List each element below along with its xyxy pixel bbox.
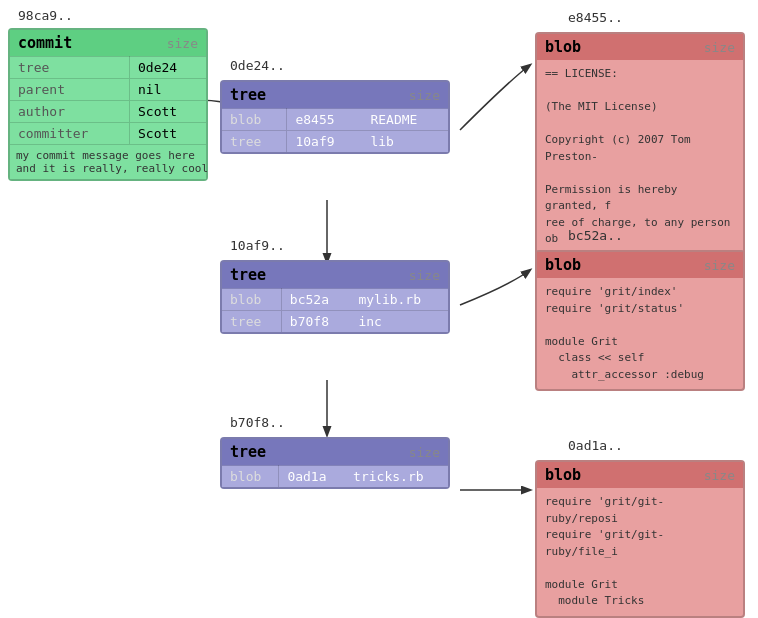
- blob2-label: blob: [545, 256, 581, 274]
- blob1-header: blob size: [537, 34, 743, 60]
- tree3-box: tree size blob 0ad1a tricks.rb: [220, 437, 450, 489]
- tree3-hash-label: b70f8..: [230, 415, 285, 430]
- tree1-table: blob e8455 README tree 10af9 lib: [222, 108, 448, 152]
- commit-label: commit: [18, 34, 72, 52]
- tree3-table: blob 0ad1a tricks.rb: [222, 465, 448, 487]
- tree1-label: tree: [230, 86, 266, 104]
- blob1-box: blob size == LICENSE: (The MIT License) …: [535, 32, 745, 256]
- tree3-row1-hash: 0ad1a: [279, 466, 345, 488]
- blob3-content: require 'grit/git-ruby/reposi require 'g…: [537, 488, 743, 616]
- tree1-row1-type: blob: [222, 109, 287, 131]
- table-row: tree 0de24: [10, 57, 206, 79]
- commit-table: tree 0de24 parent nil author Scott commi…: [10, 56, 206, 144]
- table-row: blob 0ad1a tricks.rb: [222, 466, 448, 488]
- blob2-hash-label: bc52a..: [568, 228, 623, 243]
- blob1-content: == LICENSE: (The MIT License) Copyright …: [537, 60, 743, 254]
- tree3-row1-name: tricks.rb: [345, 466, 448, 488]
- tree2-row1-type: blob: [222, 289, 281, 311]
- tree3-header: tree size: [222, 439, 448, 465]
- tree1-box: tree size blob e8455 README tree 10af9 l…: [220, 80, 450, 154]
- commit-row1-key: tree: [10, 57, 130, 79]
- table-row: parent nil: [10, 79, 206, 101]
- tree2-row1-name: mylib.rb: [350, 289, 448, 311]
- tree2-header: tree size: [222, 262, 448, 288]
- tree3-row1-type: blob: [222, 466, 279, 488]
- tree1-row2-name: lib: [362, 131, 448, 153]
- blob2-size: size: [704, 258, 735, 273]
- blob3-label: blob: [545, 466, 581, 484]
- blob3-box: blob size require 'grit/git-ruby/reposi …: [535, 460, 745, 618]
- commit-row2-key: parent: [10, 79, 130, 101]
- table-row: tree 10af9 lib: [222, 131, 448, 153]
- commit-note: my commit message goes here and it is re…: [10, 144, 206, 179]
- tree2-box: tree size blob bc52a mylib.rb tree b70f8…: [220, 260, 450, 334]
- commit-row4-key: committer: [10, 123, 130, 145]
- blob2-box: blob size require 'grit/index' require '…: [535, 250, 745, 391]
- table-row: blob e8455 README: [222, 109, 448, 131]
- tree1-row2-type: tree: [222, 131, 287, 153]
- table-row: committer Scott: [10, 123, 206, 145]
- blob2-content: require 'grit/index' require 'grit/statu…: [537, 278, 743, 389]
- commit-size: size: [167, 36, 198, 51]
- commit-row3-val: Scott: [130, 101, 206, 123]
- tree1-size: size: [409, 88, 440, 103]
- commit-row2-val: nil: [130, 79, 206, 101]
- blob3-hash-label: 0ad1a..: [568, 438, 623, 453]
- tree2-hash-label: 10af9..: [230, 238, 285, 253]
- tree2-row1-hash: bc52a: [281, 289, 350, 311]
- commit-row1-val: 0de24: [130, 57, 206, 79]
- diagram: 98ca9.. commit size tree 0de24 parent ni…: [0, 0, 758, 618]
- table-row: blob bc52a mylib.rb: [222, 289, 448, 311]
- tree2-size: size: [409, 268, 440, 283]
- table-row: author Scott: [10, 101, 206, 123]
- commit-row4-val: Scott: [130, 123, 206, 145]
- blob3-size: size: [704, 468, 735, 483]
- blob1-label: blob: [545, 38, 581, 56]
- tree1-row2-hash: 10af9: [287, 131, 363, 153]
- tree2-row2-name: inc: [350, 311, 448, 333]
- blob3-header: blob size: [537, 462, 743, 488]
- tree3-label: tree: [230, 443, 266, 461]
- table-row: tree b70f8 inc: [222, 311, 448, 333]
- tree2-label: tree: [230, 266, 266, 284]
- tree1-row1-hash: e8455: [287, 109, 363, 131]
- commit-box: commit size tree 0de24 parent nil author…: [8, 28, 208, 181]
- tree2-row2-type: tree: [222, 311, 281, 333]
- blob1-size: size: [704, 40, 735, 55]
- tree1-row1-name: README: [362, 109, 448, 131]
- tree2-table: blob bc52a mylib.rb tree b70f8 inc: [222, 288, 448, 332]
- commit-row3-key: author: [10, 101, 130, 123]
- tree1-header: tree size: [222, 82, 448, 108]
- commit-hash-label: 98ca9..: [18, 8, 73, 23]
- tree2-row2-hash: b70f8: [281, 311, 350, 333]
- tree3-size: size: [409, 445, 440, 460]
- blob2-header: blob size: [537, 252, 743, 278]
- blob1-hash-label: e8455..: [568, 10, 623, 25]
- tree1-hash-label: 0de24..: [230, 58, 285, 73]
- commit-header: commit size: [10, 30, 206, 56]
